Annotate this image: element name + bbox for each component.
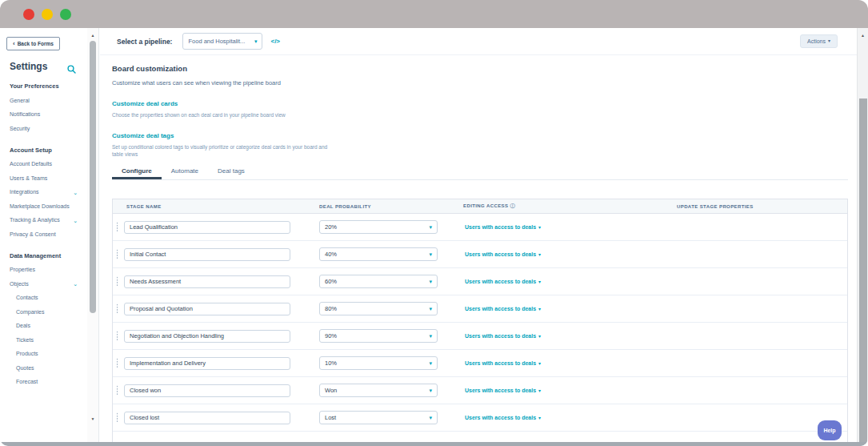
stage-name-cell [113, 357, 319, 370]
stage-name-cell [113, 384, 319, 397]
minimize-window-button[interactable] [42, 9, 53, 20]
sidebar-item-objects[interactable]: Objects⌄ [0, 277, 87, 291]
stage-name-input[interactable] [124, 384, 290, 397]
code-icon[interactable]: </> [270, 38, 280, 45]
chevron-left-icon: ‹ [13, 42, 15, 46]
deal-probability-select[interactable]: 80%▾ [319, 302, 438, 315]
editing-access-dropdown[interactable]: Users with access to deals▾ [465, 251, 541, 257]
editing-access-dropdown[interactable]: Users with access to deals▾ [465, 388, 541, 393]
stage-name-input[interactable] [124, 248, 290, 261]
zoom-window-button[interactable] [60, 9, 71, 20]
deal-probability-select[interactable]: 40%▾ [319, 247, 438, 261]
stage-name-cell [113, 248, 319, 261]
sidebar-item-quotes[interactable]: Quotes [0, 361, 87, 376]
stage-name-input[interactable] [124, 412, 290, 424]
chevron-down-icon: ▾ [828, 38, 830, 44]
page-title: Board customization [112, 55, 848, 73]
sidebar-item-label: Quotes [16, 364, 34, 373]
chevron-down-icon: ⌄ [73, 190, 78, 195]
sidebar-item-label: Marketplace Downloads [10, 203, 70, 211]
help-button[interactable]: Help [818, 420, 842, 440]
column-header-editing-access: EDITING ACCESSⓘ [463, 203, 677, 210]
sidebar-item-privacy-consent[interactable]: Privacy & Consent [0, 227, 87, 242]
stage-row: Lost▾Users with access to deals▾ [113, 404, 847, 432]
deal-probability-select[interactable]: 10%▾ [319, 356, 438, 370]
stage-name-input[interactable] [124, 221, 290, 234]
close-window-button[interactable] [23, 9, 34, 20]
sidebar-section-header: Account Setup [0, 147, 87, 154]
drag-handle[interactable] [116, 385, 118, 396]
customize-deal-cards-description: Choose the properties shown on each deal… [112, 111, 331, 119]
tab-configure[interactable]: Configure [112, 167, 162, 179]
scroll-up-arrow-icon[interactable]: ▲ [87, 31, 98, 39]
editing-access-dropdown[interactable]: Users with access to deals▾ [465, 306, 541, 311]
sidebar-item-notifications[interactable]: Notifications [0, 108, 87, 123]
tab-automate[interactable]: Automate [162, 167, 208, 179]
sidebar-item-label: Objects [10, 280, 29, 289]
stage-name-cell [113, 221, 319, 234]
sidebar-item-label: Account Defaults [10, 160, 52, 169]
sidebar-item-deals[interactable]: Deals [0, 319, 87, 334]
sidebar-item-security[interactable]: Security [0, 122, 87, 136]
sidebar-item-companies[interactable]: Companies [0, 305, 87, 319]
search-icon[interactable] [67, 62, 76, 71]
deal-probability-select[interactable]: 60%▾ [319, 275, 438, 288]
drag-handle[interactable] [116, 303, 118, 314]
chevron-down-icon: ▾ [429, 224, 432, 230]
chevron-down-icon: ▾ [538, 251, 541, 257]
sidebar-item-label: Tracking & Analytics [10, 216, 60, 225]
drag-handle[interactable] [116, 358, 118, 368]
deal-probability-select[interactable]: 20%▾ [319, 220, 438, 234]
editing-access-dropdown[interactable]: Users with access to deals▾ [465, 224, 541, 230]
main-scrollbar-thumb[interactable] [859, 98, 867, 446]
stage-name-input[interactable] [124, 330, 290, 343]
info-icon[interactable]: ⓘ [510, 203, 514, 208]
stage-name-input[interactable] [124, 275, 290, 288]
chevron-down-icon: ▾ [538, 333, 541, 339]
scroll-down-arrow-icon[interactable]: ▼ [87, 415, 98, 423]
sidebar-scrollbar-thumb[interactable] [90, 41, 96, 313]
customize-deal-cards-link[interactable]: Customize deal cards [112, 100, 178, 107]
deal-probability-cell: 20%▾ [319, 220, 463, 234]
sidebar-item-users-teams[interactable]: Users & Teams [0, 171, 87, 186]
sidebar-item-properties[interactable]: Properties [0, 263, 87, 278]
sidebar-item-account-defaults[interactable]: Account Defaults [0, 158, 87, 172]
actions-button[interactable]: Actions ▾ [800, 34, 838, 48]
customize-deal-tags-block: Customize deal tags Set up conditional c… [112, 127, 848, 158]
tab-deal-tags[interactable]: Deal tags [208, 167, 254, 179]
stage-name-input[interactable] [124, 303, 290, 315]
drag-handle[interactable] [116, 331, 118, 341]
sidebar-item-tracking-analytics[interactable]: Tracking & Analytics⌄ [0, 214, 87, 228]
drag-handle[interactable] [116, 276, 118, 287]
sidebar-scrollbar[interactable]: ▲ ▼ [87, 28, 99, 442]
deal-probability-value: 80% [325, 305, 337, 312]
sidebar-item-tickets[interactable]: Tickets [0, 333, 87, 348]
pipeline-select-dropdown[interactable]: Food and Hospitalit... ▾ [182, 33, 262, 50]
deal-probability-select[interactable]: Lost▾ [319, 411, 438, 424]
drag-handle[interactable] [116, 412, 118, 423]
sidebar-item-general[interactable]: General [0, 94, 87, 108]
customize-deal-tags-link[interactable]: Customize deal tags [112, 132, 174, 139]
editing-access-dropdown[interactable]: Users with access to deals▾ [465, 333, 541, 339]
pipeline-select-label: Select a pipeline: [117, 38, 172, 46]
drag-handle[interactable] [116, 249, 118, 259]
deal-probability-select[interactable]: 90%▾ [319, 329, 438, 343]
sidebar-item-integrations[interactable]: Integrations⌄ [0, 186, 87, 200]
editing-access-label: Users with access to deals [465, 279, 536, 284]
editing-access-dropdown[interactable]: Users with access to deals▾ [465, 279, 541, 284]
sidebar-item-label: Deals [16, 322, 30, 331]
drag-handle[interactable] [116, 222, 118, 232]
back-to-forms-button[interactable]: ‹ Back to Forms [6, 37, 60, 50]
stage-name-input[interactable] [124, 357, 290, 370]
sidebar-item-forecast[interactable]: Forecast [0, 376, 87, 390]
scroll-up-arrow-icon[interactable]: ▲ [858, 31, 868, 39]
chevron-down-icon: ▾ [429, 415, 432, 420]
sidebar-item-products[interactable]: Products [0, 348, 87, 362]
main-scrollbar[interactable]: ▲ [857, 28, 868, 446]
deal-probability-select[interactable]: Won▾ [319, 384, 438, 397]
sidebar-item-contacts[interactable]: Contacts [0, 291, 87, 306]
editing-access-dropdown[interactable]: Users with access to deals▾ [465, 360, 541, 366]
sidebar-item-marketplace-downloads[interactable]: Marketplace Downloads [0, 199, 87, 214]
editing-access-dropdown[interactable]: Users with access to deals▾ [465, 415, 541, 420]
editing-access-label: Users with access to deals [465, 251, 536, 257]
